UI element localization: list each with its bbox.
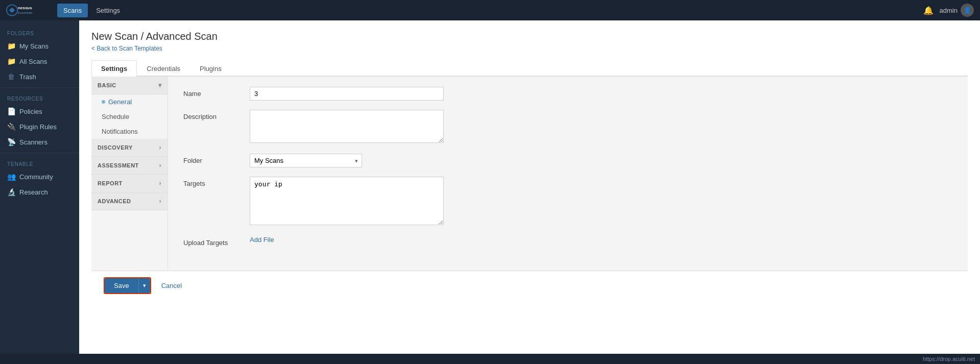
name-label: Name — [183, 87, 250, 98]
sidebar-item-label: My Scans — [19, 42, 49, 50]
save-button[interactable]: Save — [105, 278, 138, 293]
form-sub-general[interactable]: General — [91, 94, 168, 109]
form-sidebar: BASIC ▾ General Schedule Notifications D… — [91, 77, 168, 271]
chevron-right-icon-4: › — [159, 198, 162, 205]
save-dropdown-button[interactable]: ▾ — [138, 278, 150, 293]
form-sub-notifications[interactable]: Notifications — [91, 124, 168, 139]
tab-bar: Settings Credentials Plugins — [91, 60, 968, 77]
nav-settings[interactable]: Settings — [90, 4, 126, 17]
sidebar-item-label: Community — [19, 173, 53, 181]
tab-credentials[interactable]: Credentials — [137, 60, 190, 77]
form-section-discovery[interactable]: DISCOVERY › — [91, 139, 168, 157]
active-dot — [102, 100, 105, 104]
description-input[interactable] — [250, 110, 444, 143]
targets-control — [250, 177, 444, 227]
sidebar-item-policies[interactable]: 📄 Policies — [0, 104, 79, 119]
resources-label: RESOURCES — [0, 91, 79, 104]
research-icon: 🔬 — [7, 188, 15, 196]
targets-label: Targets — [183, 177, 250, 187]
form-row-upload-targets: Upload Targets Add File — [183, 236, 952, 247]
folder-icon: 📁 — [7, 42, 15, 50]
form-section-discovery-label: DISCOVERY — [98, 144, 133, 151]
main-content: New Scan / Advanced Scan < Back to Scan … — [79, 20, 980, 364]
svg-text:Essentials: Essentials — [18, 11, 32, 14]
sidebar-item-label: Scanners — [19, 138, 47, 146]
tab-settings[interactable]: Settings — [91, 60, 137, 77]
user-label: admin — [940, 7, 958, 14]
action-bar: Save ▾ Cancel — [91, 271, 968, 300]
form-sub-schedule[interactable]: Schedule — [91, 109, 168, 124]
form-section-report-label: REPORT — [98, 180, 123, 186]
description-control — [250, 110, 444, 144]
sidebar-item-scanners[interactable]: 📡 Scanners — [0, 134, 79, 150]
sidebar-divider — [0, 87, 79, 88]
chevron-right-icon: › — [159, 144, 162, 151]
form-sub-general-label: General — [108, 98, 132, 106]
form-row-targets: Targets — [183, 177, 952, 227]
sidebar-item-plugin-rules[interactable]: 🔌 Plugin Rules — [0, 119, 79, 134]
nav-links: Scans Settings — [57, 4, 126, 17]
name-control — [250, 87, 444, 101]
scanner-icon: 📡 — [7, 138, 15, 146]
add-file-link[interactable]: Add File — [250, 236, 274, 244]
form-row-name: Name — [183, 87, 952, 101]
bell-icon[interactable]: 🔔 — [923, 6, 934, 15]
folder-select-wrapper: My Scans All Scans Trash ▾ — [250, 154, 362, 167]
logo: nessus Essentials — [6, 3, 47, 17]
form-section-assessment[interactable]: ASSESSMENT › — [91, 157, 168, 175]
user-menu[interactable]: admin 👤 — [940, 4, 974, 17]
tenable-label: TENABLE — [0, 156, 79, 169]
folder-select[interactable]: My Scans All Scans Trash — [250, 154, 362, 167]
chevron-right-icon-3: › — [159, 180, 162, 187]
sidebar-item-my-scans[interactable]: 📁 My Scans — [0, 38, 79, 54]
upload-targets-label: Upload Targets — [183, 236, 250, 247]
sidebar-item-label: Plugin Rules — [19, 123, 57, 131]
folder-icon: 📁 — [7, 57, 15, 65]
page-title: New Scan / Advanced Scan — [91, 31, 968, 42]
form-sub-notifications-label: Notifications — [102, 128, 138, 135]
nav-scans[interactable]: Scans — [57, 4, 88, 17]
sidebar-item-label: Trash — [19, 73, 36, 81]
description-label: Description — [183, 110, 250, 120]
sidebar: FOLDERS 📁 My Scans 📁 All Scans 🗑 Trash R… — [0, 20, 79, 364]
status-url: https://drop.acuiti.net — [923, 356, 975, 362]
cancel-button[interactable]: Cancel — [154, 278, 189, 293]
chevron-down-icon: ▾ — [158, 82, 162, 89]
folder-control: My Scans All Scans Trash ▾ — [250, 154, 444, 167]
form-section-advanced-label: ADVANCED — [98, 198, 131, 204]
trash-icon: 🗑 — [7, 72, 15, 81]
folder-label: Folder — [183, 154, 250, 164]
form-section-report[interactable]: REPORT › — [91, 175, 168, 192]
sidebar-item-label: Policies — [19, 108, 42, 115]
targets-input[interactable] — [250, 177, 444, 225]
form-section-basic[interactable]: BASIC ▾ — [91, 77, 168, 94]
sidebar-item-label: All Scans — [19, 58, 47, 65]
form-section-advanced[interactable]: ADVANCED › — [91, 192, 168, 210]
policy-icon: 📄 — [7, 107, 15, 115]
sidebar-item-all-scans[interactable]: 📁 All Scans — [0, 54, 79, 69]
form-row-folder: Folder My Scans All Scans Trash ▾ — [183, 154, 952, 167]
avatar-icon: 👤 — [964, 7, 971, 14]
form-section-assessment-label: ASSESSMENT — [98, 162, 139, 168]
form-area: Name Description Folder — [168, 77, 968, 271]
sidebar-item-label: Research — [19, 188, 48, 196]
sidebar-item-community[interactable]: 👥 Community — [0, 169, 79, 184]
chevron-right-icon-2: › — [159, 162, 162, 169]
sidebar-item-research[interactable]: 🔬 Research — [0, 184, 79, 200]
tab-plugins[interactable]: Plugins — [190, 60, 231, 77]
back-link[interactable]: < Back to Scan Templates — [91, 45, 162, 52]
name-input[interactable] — [250, 87, 444, 101]
form-section-basic-label: BASIC — [98, 82, 116, 88]
community-icon: 👥 — [7, 173, 15, 181]
plugin-icon: 🔌 — [7, 123, 15, 131]
save-btn-group: Save ▾ — [104, 277, 151, 294]
sidebar-divider-2 — [0, 153, 79, 153]
right-icons: 🔔 admin 👤 — [923, 4, 974, 17]
status-bar: https://drop.acuiti.net — [0, 354, 980, 364]
user-avatar: 👤 — [961, 4, 974, 17]
tab-content: BASIC ▾ General Schedule Notifications D… — [91, 77, 968, 271]
upload-targets-control: Add File — [250, 236, 444, 244]
top-navigation: nessus Essentials Scans Settings 🔔 admin… — [0, 0, 980, 20]
form-sub-schedule-label: Schedule — [102, 113, 129, 120]
sidebar-item-trash[interactable]: 🗑 Trash — [0, 69, 79, 84]
